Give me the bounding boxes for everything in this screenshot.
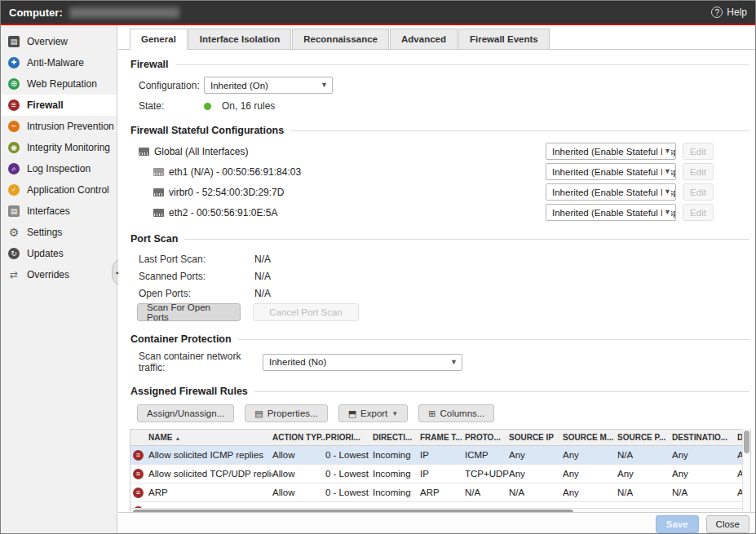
column-header-action-type[interactable]: ACTION TYP... bbox=[272, 433, 325, 442]
log-inspection-icon bbox=[8, 163, 20, 174]
footer-bar: Save Close bbox=[118, 512, 756, 534]
table-row[interactable]: Allow solicited ICMP repliesAllow 0 - Lo… bbox=[130, 446, 750, 465]
dropdown-value: Inherited (Enable Stateful Inspection bbox=[552, 147, 676, 157]
stateful-row-virbr0: virbr0 - 52:54:00:3D:29:7D Inherited (En… bbox=[139, 182, 749, 202]
sidebar-item-log-inspection[interactable]: Log Inspection bbox=[1, 158, 117, 179]
column-header-source-port[interactable]: SOURCE P... bbox=[617, 433, 672, 442]
network-interface-icon bbox=[139, 148, 149, 156]
open-ports-row: Open Ports: N/A bbox=[139, 285, 756, 302]
sidebar-item-overrides[interactable]: Overrides bbox=[1, 264, 117, 285]
column-header-source-ip[interactable]: SOURCE IP bbox=[509, 433, 563, 442]
edit-button[interactable]: Edit bbox=[683, 143, 714, 160]
save-button[interactable]: Save bbox=[656, 515, 699, 533]
status-dot-green bbox=[204, 103, 211, 110]
scanned-ports-row: Scanned Ports: N/A bbox=[139, 267, 756, 285]
column-header-destination-ip[interactable]: DESTINATIO... bbox=[672, 433, 737, 442]
stateful-dropdown-global[interactable]: Inherited (Enable Stateful Inspection▼ bbox=[546, 143, 676, 160]
dropdown-value: Inherited (Enable Stateful Inspection bbox=[552, 188, 676, 197]
column-header-direction[interactable]: DIRECTI... bbox=[373, 433, 420, 442]
titlebar: Computer: ? Help bbox=[1, 1, 755, 24]
kv-label: Open Ports: bbox=[139, 288, 254, 299]
scan-for-open-ports-button[interactable]: Scan For Open Ports bbox=[137, 303, 241, 321]
sidebar-item-intrusion-prevention[interactable]: Intrusion Prevention bbox=[1, 116, 117, 137]
container-traffic-dropdown[interactable]: Inherited (No) ▼ bbox=[263, 354, 462, 371]
column-header-priority[interactable]: PRIORI... bbox=[325, 433, 373, 442]
table-row[interactable]: Allow solicited TCP/UDP repliesAllow 0 -… bbox=[130, 465, 750, 483]
redacted-computer-name bbox=[69, 7, 179, 18]
section-title: Firewall bbox=[130, 59, 169, 70]
window-title: Computer: bbox=[9, 7, 63, 19]
sidebar-item-label: Updates bbox=[27, 248, 64, 259]
help-button[interactable]: ? Help bbox=[711, 7, 747, 18]
vertical-scrollbar-thumb[interactable] bbox=[744, 430, 749, 453]
tab-label: General bbox=[141, 34, 176, 44]
edit-button[interactable]: Edit bbox=[683, 204, 714, 221]
updates-icon bbox=[8, 248, 20, 259]
sidebar: Overview Anti-Malware Web Reputation Fir… bbox=[1, 25, 117, 534]
sidebar-item-interfaces[interactable]: Interfaces bbox=[1, 201, 117, 222]
edit-button[interactable]: Edit bbox=[683, 163, 714, 180]
section-port-scan: Port Scan bbox=[130, 232, 749, 245]
edit-button[interactable]: Edit bbox=[683, 183, 714, 201]
sidebar-item-label: Firewall bbox=[27, 99, 64, 111]
cancel-port-scan-button[interactable]: Cancel Port Scan bbox=[253, 303, 359, 321]
close-button[interactable]: Close bbox=[706, 515, 749, 533]
tab-general[interactable]: General bbox=[130, 29, 188, 50]
section-title: Firewall Stateful Configurations bbox=[130, 125, 284, 136]
sidebar-item-firewall[interactable]: Firewall bbox=[1, 95, 117, 116]
tab-interface-isolation[interactable]: Interface Isolation bbox=[188, 29, 291, 49]
sidebar-item-overview[interactable]: Overview bbox=[1, 31, 117, 52]
application-control-icon bbox=[8, 184, 20, 196]
sidebar-item-web-reputation[interactable]: Web Reputation bbox=[1, 73, 117, 95]
export-button[interactable]: ⬒Export▼ bbox=[338, 404, 409, 422]
tab-reconnaissance[interactable]: Reconnaissance bbox=[292, 29, 389, 49]
overrides-icon bbox=[8, 269, 20, 280]
integrity-monitoring-icon bbox=[8, 142, 20, 153]
section-title: Port Scan bbox=[130, 233, 178, 245]
chevron-down-icon: ▼ bbox=[449, 358, 458, 366]
configuration-dropdown[interactable]: Inherited (On) ▼ bbox=[204, 77, 333, 94]
question-circle-icon: ? bbox=[711, 7, 723, 18]
column-header-name[interactable]: NAME▲ bbox=[148, 433, 272, 442]
interfaces-icon bbox=[8, 205, 20, 217]
tab-advanced[interactable]: Advanced bbox=[390, 29, 458, 49]
sidebar-item-updates[interactable]: Updates bbox=[1, 243, 117, 264]
stateful-dropdown-eth2[interactable]: Inherited (Enable Stateful Inspection▼ bbox=[546, 204, 676, 221]
vertical-scrollbar[interactable] bbox=[742, 429, 750, 512]
state-row: State: On, 16 rules bbox=[139, 100, 756, 112]
section-firewall: Firewall bbox=[130, 58, 749, 71]
section-assigned-rules: Assigned Firewall Rules bbox=[130, 385, 749, 398]
chevron-down-icon: ▼ bbox=[319, 81, 328, 89]
columns-button[interactable]: ⊞Columns... bbox=[418, 404, 494, 422]
stateful-dropdown-eth1[interactable]: Inherited (Enable Stateful Inspection▼ bbox=[546, 163, 676, 180]
assign-unassign-button[interactable]: Assign/Unassign... bbox=[137, 404, 234, 422]
column-header-frame-type[interactable]: FRAME T... bbox=[420, 433, 465, 442]
tab-firewall-events[interactable]: Firewall Events bbox=[458, 29, 550, 49]
sidebar-item-label: Application Control bbox=[27, 184, 109, 196]
state-label: State: bbox=[139, 100, 204, 112]
chevron-down-icon: ▼ bbox=[662, 208, 671, 216]
column-header-source-mac[interactable]: SOURCE M... bbox=[563, 433, 617, 442]
state-value: On, 16 rules bbox=[222, 100, 275, 112]
sidebar-item-label: Overview bbox=[27, 36, 68, 47]
configuration-row: Configuration: Inherited (On) ▼ bbox=[139, 77, 756, 94]
stateful-dropdown-virbr0[interactable]: Inherited (Enable Stateful Inspection▼ bbox=[546, 183, 676, 201]
button-label: Properties... bbox=[267, 408, 318, 418]
sidebar-item-integrity-monitoring[interactable]: Integrity Monitoring bbox=[1, 137, 117, 158]
section-stateful: Firewall Stateful Configurations bbox=[130, 124, 749, 137]
stateful-row-eth1: eth1 (N/A) - 00:50:56:91:84:03 Inherited… bbox=[139, 161, 749, 182]
rules-table: NAME▲ ACTION TYP... PRIORI... DIRECTI...… bbox=[130, 429, 751, 512]
sidebar-item-settings[interactable]: Settings bbox=[1, 222, 117, 243]
content: General Interface Isolation Reconnaissan… bbox=[118, 25, 756, 534]
network-interface-icon bbox=[153, 209, 164, 217]
kv-label: Scanned Ports: bbox=[139, 271, 254, 282]
sidebar-item-label: Log Inspection bbox=[27, 163, 91, 174]
sidebar-item-application-control[interactable]: Application Control bbox=[1, 179, 117, 201]
sidebar-item-anti-malware[interactable]: Anti-Malware bbox=[1, 52, 117, 73]
properties-button[interactable]: ▤Properties... bbox=[245, 404, 327, 422]
tab-label: Firewall Events bbox=[470, 34, 538, 44]
button-label: Columns... bbox=[440, 408, 484, 418]
table-row[interactable]: ARPAllow 0 - LowestIncoming ARPN/A N/AAn… bbox=[130, 483, 750, 502]
column-header-protocol[interactable]: PROTO... bbox=[465, 433, 509, 442]
kv-value: N/A bbox=[254, 271, 271, 282]
